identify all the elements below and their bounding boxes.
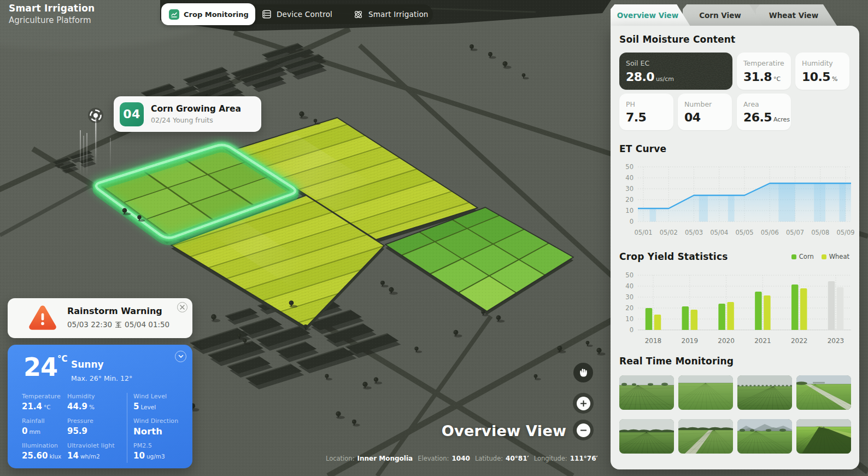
bar-wheat-2020: [727, 302, 734, 330]
minus-icon: [580, 427, 587, 433]
bar-corn-2019: [682, 306, 689, 330]
bar-wheat-2018: [654, 315, 661, 330]
et-curve-chart: 0102030405005/0105/0205/0305/0405/0505/0…: [616, 159, 854, 242]
plus-icon: [580, 400, 587, 407]
soil-card-ph: PH7.5: [619, 94, 673, 130]
weather-metric-wind-direction: Wind DirectionNorth: [133, 417, 188, 437]
area-tooltip[interactable]: 04 Corn Growing Area 02/24 Young fruits: [114, 96, 261, 132]
soil-card-number: Number04: [678, 94, 732, 130]
field-cam-7[interactable]: [737, 419, 792, 454]
zoom-out-button[interactable]: [573, 420, 594, 440]
monitoring-title: Real Time Monitoring: [619, 356, 734, 367]
bar-wheat-2019: [691, 310, 698, 330]
pan-hand-button[interactable]: [573, 363, 593, 382]
tick-label: 40: [625, 282, 634, 290]
field-cam-6[interactable]: [678, 419, 733, 454]
nav-item-device-control[interactable]: Device Control: [262, 4, 332, 24]
app-subtitle: Agriculture Platform: [9, 15, 95, 26]
geo-elevation: Elevation:1040: [418, 455, 470, 462]
tick-label: 50: [625, 163, 634, 171]
bar-wheat-2021: [764, 295, 771, 330]
bar-wheat-2023: [837, 287, 844, 330]
zoom-in-button[interactable]: [573, 393, 594, 414]
weather-metric-humidity: Humidity44.9%: [67, 393, 122, 411]
tick-label: 2019: [682, 337, 699, 345]
panel-tab-overview[interactable]: Overview View: [611, 4, 690, 26]
panel-tab-corn[interactable]: Corn View: [683, 4, 763, 26]
bar-corn-2021: [755, 292, 762, 330]
bar-corn-2020: [718, 304, 725, 330]
tick-label: 05/02: [660, 229, 678, 236]
bar-wheat-2022: [800, 288, 807, 330]
zhi-to-glyph: [115, 321, 122, 328]
alert-triangle-icon: [28, 305, 57, 332]
rainstorm-warning-card: Rainstorm Warning 05/03 22:30 05/04 01:5…: [8, 298, 192, 338]
tick-label: 05/05: [735, 229, 753, 236]
area-tooltip-title: Corn Growing Area: [151, 104, 241, 114]
tick-label: 30: [625, 185, 634, 193]
warning-close-button[interactable]: [177, 302, 187, 312]
field-cam-1[interactable]: [619, 375, 674, 410]
camera-thumbnails: [619, 375, 851, 454]
tick-label: 50: [625, 271, 634, 279]
tick-label: 2021: [754, 337, 771, 345]
chevron-down-icon: [178, 355, 184, 358]
soil-card-area: Area26.5Acres: [737, 94, 791, 130]
soil-card-temperatire: Temperatire31.8°C: [737, 53, 791, 90]
weather-metric-ultraviolet-light: Ultraviolet light14wh/m2: [67, 442, 122, 461]
tick-label: 10: [625, 315, 634, 323]
weather-condition: Sunny: [71, 359, 104, 370]
geo-location: Location:Inner Mongolia: [326, 455, 413, 462]
warning-title: Rainstorm Warning: [67, 306, 162, 316]
crop-yield-chart: 01020304050201820192020202120222023: [616, 268, 854, 351]
area-number-badge: 04: [120, 102, 144, 126]
weather-metric-pm2-5: PM2.510ug/m3: [133, 442, 188, 461]
weather-collapse-button[interactable]: [175, 351, 186, 362]
device-rack-icon: [262, 9, 272, 19]
tick-label: 40: [625, 174, 634, 182]
area-tooltip-subtitle: 02/24 Young fruits: [151, 116, 241, 124]
weather-range: Max. 26° Min. 12°: [71, 374, 132, 382]
tick-label: 0: [630, 218, 634, 225]
tick-label: 0: [630, 326, 634, 334]
app-brand: Smart Irrigation Agriculture Platform: [9, 3, 95, 26]
crop-yield-legend: CornWheat: [791, 253, 849, 260]
geo-latitude: Latitude:40°81′: [475, 455, 529, 462]
tick-label: 05/09: [836, 229, 854, 236]
current-temperature: 24°C: [24, 352, 68, 382]
smart-irrigation-dashboard: Smart Irrigation Agriculture Platform Cr…: [0, 0, 868, 476]
field-cam-5[interactable]: [619, 419, 674, 454]
main-nav: Crop Monitoring Device Control Smart Irr…: [161, 4, 433, 24]
weather-metric-pressure: Pressure95.9: [67, 417, 122, 436]
overview-panel: Soil Moisture Content Soil EC28.0us/cmTe…: [611, 26, 859, 469]
weather-divider: [127, 393, 127, 463]
tick-label: 2023: [828, 337, 844, 345]
tick-label: 10: [625, 207, 634, 214]
soil-card-soil-ec: Soil EC28.0us/cm: [619, 53, 732, 90]
field-cam-3[interactable]: [737, 375, 792, 410]
close-icon: [180, 305, 185, 310]
field-cam-2[interactable]: [678, 375, 733, 410]
orbit-icon: [353, 9, 363, 20]
field-cam-8[interactable]: [796, 419, 851, 454]
geo-info-bar: Location:Inner MongoliaElevation:1040Lat…: [326, 455, 598, 462]
nav-item-crop-monitoring[interactable]: Crop Monitoring: [161, 3, 255, 25]
tick-label: 05/01: [634, 229, 652, 236]
tick-label: 30: [625, 293, 634, 301]
weather-card: 24°C Sunny Max. 26° Min. 12° Temperature…: [8, 345, 192, 468]
tick-label: 20: [625, 196, 634, 204]
tick-label: 20: [625, 304, 634, 312]
nav-item-smart-irrigation[interactable]: Smart Irrigation: [353, 4, 429, 24]
field-cam-4[interactable]: [796, 375, 851, 410]
tick-label: 2020: [718, 337, 735, 345]
tick-label: 05/08: [811, 229, 829, 236]
et-curve-title: ET Curve: [619, 143, 666, 154]
tick-label: 05/06: [761, 229, 779, 236]
bar-corn-2022: [791, 285, 799, 330]
bar-corn-2023: [828, 281, 835, 330]
tick-label: 05/03: [685, 229, 703, 236]
panel-tab-wheat[interactable]: Wheat View: [756, 4, 837, 26]
chart-monitor-icon: [169, 9, 179, 20]
hand-icon: [578, 368, 589, 378]
tick-label: 2022: [791, 337, 808, 345]
